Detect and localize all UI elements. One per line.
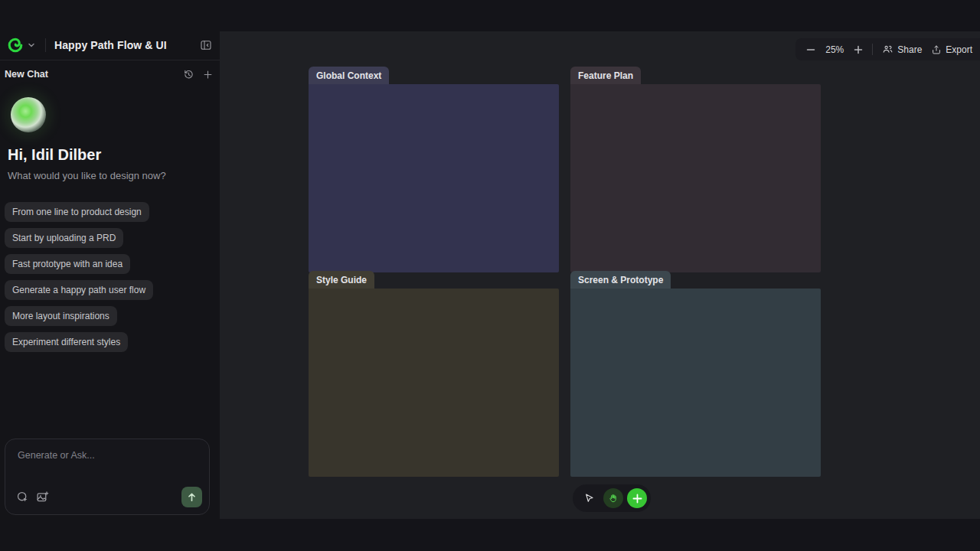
project-title: Happy Path Flow & UI bbox=[54, 39, 167, 51]
cursor-target-icon[interactable] bbox=[16, 491, 29, 504]
sidebar-header: Happy Path Flow & UI bbox=[6, 34, 214, 57]
add-image-icon[interactable] bbox=[36, 491, 49, 504]
frame-body-screen-prototype[interactable] bbox=[570, 289, 821, 477]
new-chat-plus-icon[interactable] bbox=[202, 69, 214, 80]
sidebar-header-divider bbox=[0, 60, 220, 60]
toolbar-divider bbox=[872, 44, 873, 55]
zoom-out-icon[interactable] bbox=[806, 45, 815, 54]
frame-label-style-guide[interactable]: Style Guide bbox=[309, 271, 374, 289]
suggestion-chips: From one line to product design Start by… bbox=[5, 202, 153, 352]
collapse-panel-icon[interactable] bbox=[198, 37, 214, 53]
chip-product-design[interactable]: From one line to product design bbox=[5, 202, 149, 222]
hand-tool-icon[interactable] bbox=[603, 488, 623, 508]
zoom-level[interactable]: 25% bbox=[825, 44, 844, 55]
chip-layout-inspirations[interactable]: More layout inspirations bbox=[5, 306, 117, 326]
frame-body-style-guide[interactable] bbox=[309, 289, 559, 477]
header-divider bbox=[45, 38, 46, 52]
share-label: Share bbox=[897, 44, 922, 55]
sidebar: Happy Path Flow & UI New Chat bbox=[0, 0, 220, 551]
send-button[interactable] bbox=[181, 487, 202, 507]
chip-upload-prd[interactable]: Start by uploading a PRD bbox=[5, 228, 123, 248]
greeting-heading: Hi, Idil Dilber bbox=[8, 146, 101, 164]
export-button[interactable]: Export bbox=[931, 44, 972, 55]
share-button[interactable]: Share bbox=[882, 44, 922, 55]
add-tool-icon[interactable] bbox=[627, 488, 647, 508]
app-logo-icon[interactable] bbox=[6, 36, 24, 54]
frame-style-guide: Style Guide bbox=[309, 289, 559, 477]
prompt-input-box bbox=[5, 439, 210, 515]
frame-screen-prototype: Screen & Prototype bbox=[570, 289, 821, 477]
app-root: Happy Path Flow & UI New Chat bbox=[0, 0, 980, 551]
frame-body-feature-plan[interactable] bbox=[570, 84, 821, 272]
prompt-actions bbox=[16, 487, 202, 507]
frame-label-global-context[interactable]: Global Context bbox=[309, 67, 389, 84]
frame-label-feature-plan[interactable]: Feature Plan bbox=[570, 67, 641, 84]
chip-fast-prototype[interactable]: Fast prototype with an idea bbox=[5, 254, 130, 274]
chevron-down-icon[interactable] bbox=[26, 40, 37, 51]
frame-feature-plan: Feature Plan bbox=[570, 84, 821, 272]
pointer-tool-icon[interactable] bbox=[580, 488, 599, 508]
assistant-avatar-orb bbox=[11, 97, 46, 132]
new-chat-row: New Chat bbox=[5, 67, 214, 81]
frame-body-global-context[interactable] bbox=[309, 84, 559, 272]
chip-experiment-styles[interactable]: Experiment different styles bbox=[5, 332, 128, 352]
frame-global-context: Global Context bbox=[309, 84, 559, 272]
zoom-in-icon[interactable] bbox=[854, 45, 863, 54]
export-label: Export bbox=[946, 44, 972, 55]
design-canvas[interactable]: Global Context Feature Plan Style Guide … bbox=[220, 31, 980, 519]
new-chat-label: New Chat bbox=[5, 69, 48, 80]
zoom-share-toolbar: 25% Share Export bbox=[795, 38, 980, 60]
frame-label-screen-prototype[interactable]: Screen & Prototype bbox=[570, 271, 671, 289]
history-icon[interactable] bbox=[183, 69, 194, 80]
greeting-subtitle: What would you like to design now? bbox=[8, 170, 166, 181]
prompt-input[interactable] bbox=[11, 445, 203, 485]
chip-happy-path-flow[interactable]: Generate a happy path user flow bbox=[5, 280, 153, 300]
canvas-toolbar bbox=[573, 484, 651, 512]
